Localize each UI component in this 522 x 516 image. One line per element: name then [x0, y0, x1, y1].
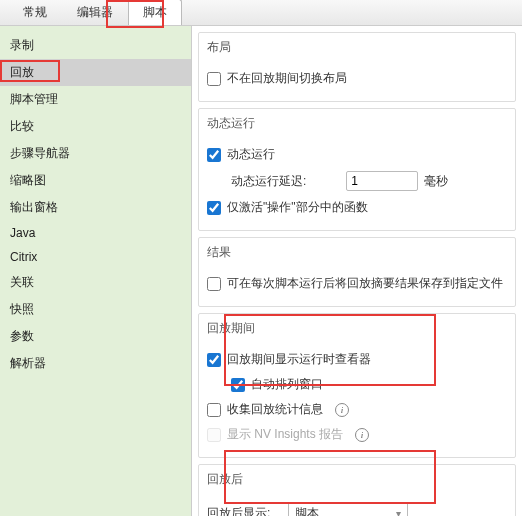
checkbox-save-after-each[interactable] — [207, 277, 221, 291]
chevron-down-icon: ▾ — [396, 508, 401, 517]
label-collect-stats: 收集回放统计信息 — [227, 401, 323, 418]
label-no-switch-layout: 不在回放期间切换布局 — [227, 70, 347, 87]
group-during-title: 回放期间 — [199, 314, 515, 343]
label-save-after-each: 可在每次脚本运行后将回放摘要结果保存到指定文件 — [227, 275, 503, 292]
group-results-title: 结果 — [199, 238, 515, 267]
checkbox-only-activate[interactable] — [207, 201, 221, 215]
select-after-show-value: 脚本 — [295, 505, 319, 517]
sidebar-item[interactable]: 回放 — [0, 59, 191, 86]
group-animated: 动态运行 动态运行 动态运行延迟: 毫秒 仅激活"操作"部分中的函数 — [198, 108, 516, 231]
label-delay-unit: 毫秒 — [424, 173, 448, 190]
label-show-runtime-viewer: 回放期间显示运行时查看器 — [227, 351, 371, 368]
top-tabs: 常规 编辑器 脚本 — [0, 0, 522, 26]
input-delay-value[interactable] — [346, 171, 418, 191]
label-show-nv: 显示 NV Insights 报告 — [227, 426, 343, 443]
select-after-show[interactable]: 脚本 ▾ — [288, 502, 408, 516]
checkbox-collect-stats[interactable] — [207, 403, 221, 417]
checkbox-auto-arrange[interactable] — [231, 378, 245, 392]
sidebar-item[interactable]: 步骤导航器 — [0, 140, 191, 167]
sidebar-item[interactable]: 快照 — [0, 296, 191, 323]
checkbox-no-switch-layout[interactable] — [207, 72, 221, 86]
label-delay: 动态运行延迟: — [231, 173, 306, 190]
tab-general[interactable]: 常规 — [8, 0, 62, 25]
checkbox-show-nv — [207, 428, 221, 442]
group-after-title: 回放后 — [199, 465, 515, 494]
sidebar-item[interactable]: 解析器 — [0, 350, 191, 377]
label-animated-run: 动态运行 — [227, 146, 275, 163]
group-after: 回放后 回放后显示: 脚本 ▾ — [198, 464, 516, 516]
info-icon[interactable]: i — [335, 403, 349, 417]
group-results: 结果 可在每次脚本运行后将回放摘要结果保存到指定文件 — [198, 237, 516, 307]
sidebar-item[interactable]: 参数 — [0, 323, 191, 350]
group-during: 回放期间 回放期间显示运行时查看器 自动排列窗口 收集回放统计信息 i — [198, 313, 516, 458]
sidebar-item[interactable]: 输出窗格 — [0, 194, 191, 221]
sidebar-item[interactable]: 关联 — [0, 269, 191, 296]
sidebar-item[interactable]: 脚本管理 — [0, 86, 191, 113]
group-layout-title: 布局 — [199, 33, 515, 62]
sidebar-item[interactable]: Java — [0, 221, 191, 245]
sidebar-item[interactable]: Citrix — [0, 245, 191, 269]
sidebar-item[interactable]: 缩略图 — [0, 167, 191, 194]
checkbox-animated-run[interactable] — [207, 148, 221, 162]
label-auto-arrange: 自动排列窗口 — [251, 376, 323, 393]
sidebar: 录制回放脚本管理比较步骤导航器缩略图输出窗格JavaCitrix关联快照参数解析… — [0, 26, 192, 516]
info-icon[interactable]: i — [355, 428, 369, 442]
group-animated-title: 动态运行 — [199, 109, 515, 138]
label-only-activate: 仅激活"操作"部分中的函数 — [227, 199, 368, 216]
main-panel: 布局 不在回放期间切换布局 动态运行 动态运行 动态运行延迟: 毫 — [192, 26, 522, 516]
tab-script[interactable]: 脚本 — [128, 0, 182, 25]
checkbox-show-runtime-viewer[interactable] — [207, 353, 221, 367]
sidebar-item[interactable]: 录制 — [0, 32, 191, 59]
tab-editor[interactable]: 编辑器 — [62, 0, 128, 25]
group-layout: 布局 不在回放期间切换布局 — [198, 32, 516, 102]
sidebar-item[interactable]: 比较 — [0, 113, 191, 140]
label-after-show: 回放后显示: — [207, 505, 270, 517]
